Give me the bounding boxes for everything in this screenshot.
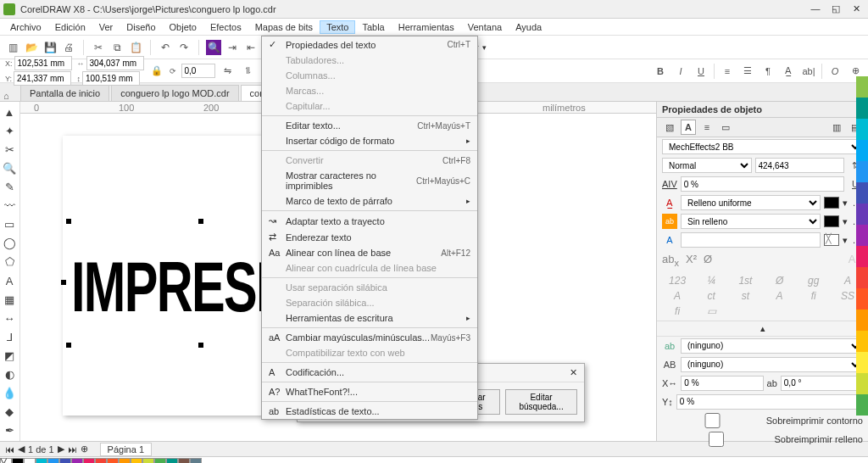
- ot-set2-select[interactable]: (ninguno): [681, 357, 863, 372]
- fill-tool-icon[interactable]: ◆: [0, 404, 19, 421]
- color-swatch[interactable]: [178, 458, 190, 463]
- edit-text-icon[interactable]: ab|: [801, 64, 816, 79]
- bold-icon[interactable]: B: [653, 64, 668, 79]
- panel-view1-icon[interactable]: ▥: [829, 120, 844, 135]
- char-angle-input[interactable]: [781, 376, 863, 391]
- text-tool-icon[interactable]: A: [0, 272, 19, 289]
- font-family-select[interactable]: MechEffects2 BB: [662, 139, 863, 154]
- import-icon[interactable]: ⇥: [225, 40, 240, 55]
- menu-herramientas[interactable]: Herramientas: [392, 20, 461, 34]
- side-color-swatch[interactable]: [856, 76, 868, 98]
- kerning-input[interactable]: [681, 176, 844, 192]
- side-color-swatch[interactable]: [856, 161, 868, 182]
- print-icon[interactable]: 🖨: [61, 40, 76, 55]
- search-icon[interactable]: 🔍: [206, 40, 221, 55]
- outline-swatch[interactable]: [824, 215, 839, 227]
- underline-icon[interactable]: U: [693, 64, 709, 79]
- color-swatch[interactable]: [24, 458, 36, 463]
- ot-set1-select[interactable]: (ninguno): [681, 338, 863, 354]
- char-hshift-input[interactable]: [681, 376, 763, 391]
- side-color-swatch[interactable]: [856, 331, 868, 352]
- side-color-swatch[interactable]: [856, 267, 868, 288]
- new-icon[interactable]: ▥: [5, 40, 20, 55]
- bg-swatch[interactable]: ╳: [824, 234, 839, 246]
- text-props-icon[interactable]: A̲: [781, 64, 796, 79]
- rotation-input[interactable]: [181, 64, 215, 78]
- frame-tab-icon[interactable]: ▭: [718, 120, 733, 135]
- crop-tool-icon[interactable]: ✂: [0, 141, 19, 158]
- pick-tool-icon[interactable]: ▲: [0, 103, 19, 120]
- side-color-swatch[interactable]: [856, 373, 868, 394]
- color-swatch[interactable]: [190, 458, 202, 463]
- bullets-icon[interactable]: ☰: [740, 64, 755, 79]
- menu-diseño[interactable]: Diseño: [120, 20, 162, 34]
- menu-edición[interactable]: Edición: [48, 20, 92, 34]
- overprint-outline-checkbox[interactable]: [662, 413, 763, 428]
- page-last-icon[interactable]: ⏭: [68, 444, 77, 455]
- side-color-swatch[interactable]: [856, 119, 868, 140]
- color-swatch[interactable]: [107, 458, 119, 463]
- menu-ver[interactable]: Ver: [92, 20, 120, 34]
- no-color-swatch[interactable]: ╳: [0, 458, 12, 463]
- connector-tool-icon[interactable]: ⅃: [0, 328, 19, 345]
- menu-item[interactable]: Marco de texto de párrafo▸: [262, 193, 477, 209]
- overprint-fill-checkbox[interactable]: [662, 432, 771, 447]
- table-tool-icon[interactable]: ▦: [0, 291, 19, 308]
- outline-tool-icon[interactable]: ✒: [0, 422, 19, 439]
- paste-icon[interactable]: 📋: [128, 40, 143, 55]
- doc-tab[interactable]: Pantalla de inicio: [20, 85, 109, 101]
- menu-ayuda[interactable]: Ayuda: [509, 20, 548, 34]
- doc-tab[interactable]: conguero lp logo MOD.cdr: [111, 85, 238, 101]
- color-swatch[interactable]: [142, 458, 154, 463]
- menu-item[interactable]: A?WhatTheFont?!...: [262, 384, 477, 399]
- outline-type-select[interactable]: Sin relleno: [681, 214, 821, 229]
- color-swatch[interactable]: [59, 458, 71, 463]
- menu-objeto[interactable]: Objeto: [163, 20, 203, 34]
- color-swatch[interactable]: [119, 458, 131, 463]
- color-swatch[interactable]: [95, 458, 107, 463]
- side-color-swatch[interactable]: [856, 394, 868, 416]
- bg-type-input[interactable]: [681, 232, 821, 248]
- transparency-tool-icon[interactable]: ◐: [0, 366, 19, 383]
- color-swatch[interactable]: [71, 458, 83, 463]
- search-close-icon[interactable]: ✕: [570, 367, 577, 378]
- page-prev-icon[interactable]: ◀: [18, 443, 25, 455]
- height-input[interactable]: [82, 71, 140, 86]
- restore-button[interactable]: ◱: [827, 3, 844, 15]
- align-icon[interactable]: ≡: [720, 64, 735, 79]
- menu-item[interactable]: Mostrar caracteres no imprimiblesCtrl+Ma…: [262, 168, 477, 193]
- fill-swatch[interactable]: [824, 197, 839, 209]
- export-icon[interactable]: ⇤: [243, 40, 259, 55]
- lock-ratio-icon[interactable]: 🔒: [149, 64, 164, 79]
- artistic-media-icon[interactable]: 〰: [0, 198, 19, 215]
- cut-icon[interactable]: ✂: [91, 40, 106, 55]
- menu-mapas de bits[interactable]: Mapas de bits: [248, 20, 320, 34]
- color-swatch[interactable]: [36, 458, 47, 463]
- superscript-icon[interactable]: X²: [686, 253, 697, 268]
- side-color-swatch[interactable]: [856, 288, 868, 310]
- font-size-input[interactable]: [755, 158, 845, 173]
- menu-item[interactable]: aACambiar mayúsculas/minúsculas...Mayús+…: [262, 330, 477, 345]
- italic-icon[interactable]: I: [673, 64, 688, 79]
- color-swatch[interactable]: [166, 458, 178, 463]
- interactive-ot-icon[interactable]: O: [827, 64, 843, 79]
- page-add-icon[interactable]: ⊕: [81, 443, 88, 455]
- menu-item[interactable]: AaAlinear con línea de baseAlt+F12: [262, 245, 477, 260]
- menu-item[interactable]: Herramientas de escritura▸: [262, 310, 477, 326]
- pos-y-input[interactable]: [14, 71, 71, 86]
- para-tab-icon[interactable]: ≡: [699, 120, 715, 135]
- side-color-swatch[interactable]: [856, 310, 868, 331]
- menu-item[interactable]: ⇄Enderezar texto: [262, 229, 477, 245]
- side-color-swatch[interactable]: [856, 140, 868, 161]
- dimension-tool-icon[interactable]: ↔: [0, 310, 19, 326]
- font-style-select[interactable]: Normal: [662, 158, 752, 173]
- rectangle-tool-icon[interactable]: ▭: [0, 216, 19, 233]
- eyedropper-tool-icon[interactable]: 💧: [0, 385, 19, 402]
- freehand-tool-icon[interactable]: ✎: [0, 178, 19, 195]
- outline-tab-icon[interactable]: ▧: [662, 120, 677, 135]
- menu-ventana[interactable]: Ventana: [461, 20, 509, 34]
- subscript-icon[interactable]: abx: [662, 253, 679, 268]
- mirror-v-icon[interactable]: ⥮: [241, 64, 256, 79]
- color-swatch[interactable]: [154, 458, 166, 463]
- save-icon[interactable]: 💾: [42, 40, 58, 55]
